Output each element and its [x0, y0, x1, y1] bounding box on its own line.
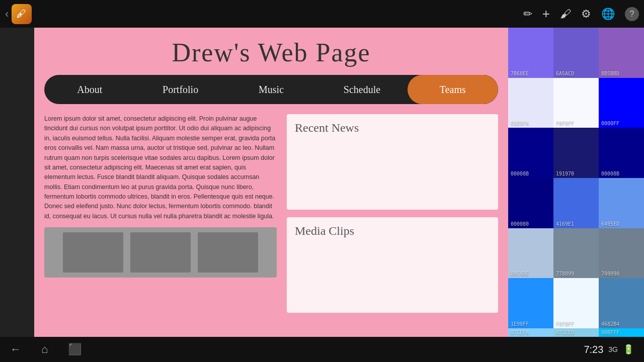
bottom-bar: ← ⌂ ⬛ 7:23 3G 🔋: [0, 337, 644, 362]
pen-icon[interactable]: ✏: [523, 8, 532, 21]
gear-icon[interactable]: ⚙: [581, 8, 591, 21]
lorem-text: Lorem ipsum dolor sit amet, consectetur …: [44, 114, 277, 221]
bottom-right: 7:23 3G 🔋: [584, 344, 634, 355]
content-area: Lorem ipsum dolor sit amet, consectetur …: [34, 114, 508, 323]
color-swatch-15[interactable]: 1E90FF: [508, 278, 553, 328]
recent-news-title: Recent News: [295, 121, 490, 135]
add-icon[interactable]: +: [542, 6, 550, 22]
color-swatch-0[interactable]: 7B68EE: [508, 28, 553, 78]
bottom-nav-icons: ← ⌂ ⬛: [10, 343, 82, 356]
image-box-3: [198, 232, 258, 273]
color-swatch-16[interactable]: F0F8FF: [553, 278, 599, 328]
back-button[interactable]: ‹: [5, 8, 9, 21]
color-swatch-6[interactable]: 00008B: [508, 128, 553, 178]
globe-icon[interactable]: 🌐: [601, 8, 615, 21]
paint-icon[interactable]: 🖌: [560, 8, 571, 21]
back-nav-icon[interactable]: ←: [10, 343, 21, 356]
app-icon[interactable]: 🖋: [12, 4, 32, 24]
help-icon[interactable]: ?: [625, 7, 639, 21]
right-content: Recent News Media Clips: [287, 114, 498, 313]
main-content: Drew's Web Page About Portfolio Music Sc…: [34, 28, 508, 337]
nav-item-music[interactable]: Music: [226, 75, 316, 104]
color-swatch-3[interactable]: E6E6FA: [508, 78, 553, 128]
left-strip: [0, 28, 34, 337]
battery-icon: 🔋: [623, 344, 634, 355]
image-box-1: [63, 232, 123, 273]
color-swatch-7[interactable]: 191970: [553, 128, 599, 178]
toolbar: ‹ 🖋 ✏ + 🖌 ⚙ 🌐 ?: [0, 0, 644, 28]
nav-bar: About Portfolio Music Schedule Teams: [44, 75, 498, 104]
media-clips-title: Media Clips: [295, 224, 490, 238]
left-content: Lorem ipsum dolor sit amet, consectetur …: [44, 114, 277, 313]
color-swatch-9[interactable]: 000080: [508, 178, 553, 228]
color-swatch-2[interactable]: 8B5BBD: [599, 28, 644, 78]
color-swatch-8[interactable]: 00008B: [599, 128, 644, 178]
color-swatch-13[interactable]: 778899: [553, 228, 599, 279]
image-placeholder: [44, 227, 277, 278]
image-box-2: [130, 232, 191, 273]
page-title: Drew's Web Page: [34, 28, 508, 75]
nav-item-about[interactable]: About: [44, 75, 135, 104]
color-swatch-19[interactable]: 87CEEB: [553, 328, 599, 337]
recents-nav-icon[interactable]: ⬛: [68, 343, 82, 356]
color-swatch-12[interactable]: B0C4DE: [508, 228, 553, 279]
home-nav-icon[interactable]: ⌂: [41, 343, 48, 356]
time-display: 7:23: [584, 344, 603, 355]
color-panel: 7B68EE6A5ACD8B5BBDE6E6FAF8F8FF0000FF0000…: [508, 28, 644, 337]
color-swatch-1[interactable]: 6A5ACD: [553, 28, 599, 78]
color-swatch-20[interactable]: 00BFFF: [599, 328, 644, 337]
signal-icon: 3G: [608, 345, 618, 353]
media-clips-card: Media Clips: [287, 217, 498, 313]
color-swatch-14[interactable]: 708090: [599, 228, 644, 279]
color-swatch-17[interactable]: 4682B4: [599, 278, 644, 328]
color-swatch-18[interactable]: 87CEFA: [508, 328, 553, 337]
color-swatch-5[interactable]: 0000FF: [599, 78, 644, 128]
color-swatch-10[interactable]: 4169E1: [553, 178, 599, 228]
recent-news-card: Recent News: [287, 114, 498, 210]
toolbar-icons: ✏ + 🖌 ⚙ 🌐 ?: [523, 6, 639, 22]
nav-item-teams[interactable]: Teams: [408, 75, 498, 104]
nav-item-portfolio[interactable]: Portfolio: [135, 75, 225, 104]
nav-item-schedule[interactable]: Schedule: [316, 75, 407, 104]
color-swatch-4[interactable]: F8F8FF: [553, 78, 599, 128]
color-swatch-11[interactable]: 6495ED: [599, 178, 644, 228]
